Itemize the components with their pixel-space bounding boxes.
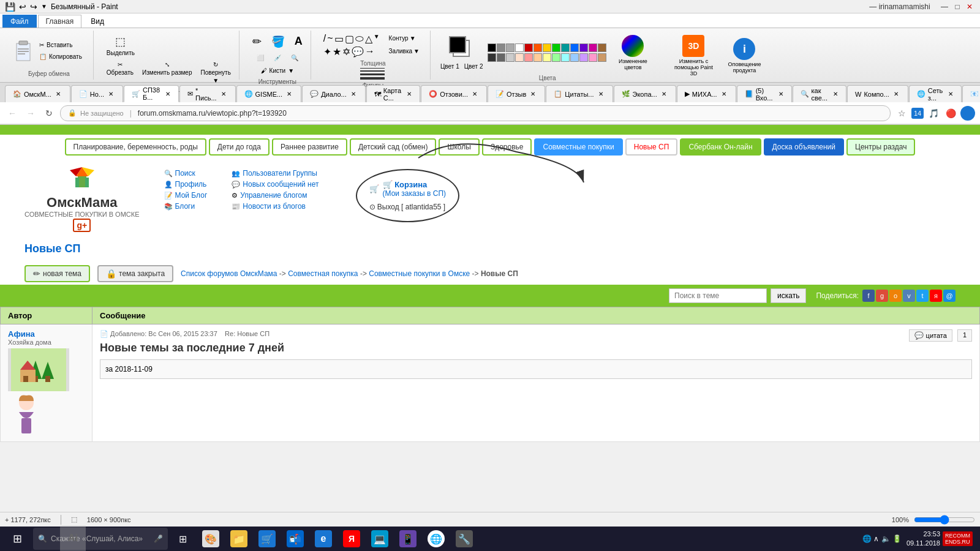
color-lcyan[interactable]	[561, 53, 570, 62]
thickness-3px[interactable]	[360, 73, 385, 75]
link-search[interactable]: 🔍 Поиск	[164, 169, 208, 178]
line-shape[interactable]: /	[323, 33, 326, 45]
color-darkgray[interactable]	[488, 53, 496, 62]
taskbar-store[interactable]: 🛒	[254, 527, 281, 551]
tab-close[interactable]: ✕	[892, 90, 900, 99]
color-verylgray[interactable]	[506, 53, 514, 62]
thickness-1px[interactable]	[360, 68, 385, 69]
share-vk[interactable]: v	[903, 290, 915, 302]
copy-btn[interactable]: 📋 Копировать	[36, 51, 85, 62]
callout-shape[interactable]: 💬	[352, 46, 364, 58]
save-icon[interactable]: 💾	[5, 2, 15, 12]
text-btn[interactable]: A	[292, 33, 306, 50]
tab-47[interactable]: 📧 (47) О... ✕	[962, 85, 980, 102]
taskbar-edge[interactable]: e	[310, 527, 337, 551]
share-facebook[interactable]: f	[862, 290, 875, 302]
share-gplus[interactable]: g	[876, 290, 888, 302]
dropdown-icon[interactable]: ▼	[41, 3, 47, 10]
color-teal[interactable]	[561, 43, 570, 52]
nav-planning[interactable]: Планирование, беременность, роды	[65, 138, 206, 156]
color-gray[interactable]	[497, 43, 505, 52]
notify-btn[interactable]: i Оповещение продукта	[723, 36, 766, 75]
paste-btn[interactable]: ✂ Вставить 📋 Копировать	[10, 38, 88, 64]
tab-file[interactable]: Файл	[2, 15, 37, 28]
tab-dialog[interactable]: 💬 Диало... ✕	[302, 85, 366, 102]
taskbar-explorer[interactable]: 📁	[225, 527, 252, 551]
bc-purchases-link[interactable]: Совместная покупка	[288, 269, 358, 278]
tab-sp38[interactable]: 🛒 СП38 Б... ✕	[124, 85, 179, 102]
tab-close[interactable]: ✕	[407, 90, 413, 99]
tab-net[interactable]: 🌐 Сеть з... ✕	[909, 85, 962, 102]
fill-btn[interactable]: 🪣	[268, 33, 288, 50]
back-btn[interactable]: ←	[5, 106, 20, 121]
tab-ecopa[interactable]: 🌿 Экопа... ✕	[614, 85, 676, 102]
link-blog[interactable]: 📝 Мой Блог	[164, 191, 208, 200]
color-lgray[interactable]	[506, 43, 514, 52]
curve-shape[interactable]: ~	[327, 33, 333, 45]
mic-icon[interactable]: 🎤	[154, 534, 163, 543]
triangle-shape[interactable]: △	[365, 33, 372, 45]
rotate-btn[interactable]: ↻ Повернуть ▼	[197, 59, 233, 86]
brush-dropdown[interactable]: ▼	[288, 67, 294, 74]
nav-sberbank[interactable]: Сбербанк Он-лайн	[680, 138, 761, 156]
color-lblue[interactable]	[570, 53, 579, 62]
maximize-btn[interactable]: □	[955, 2, 959, 11]
taskbar-extra[interactable]: 🔧	[451, 527, 478, 551]
ellipse-shape[interactable]: ⬭	[355, 33, 364, 45]
tab-home[interactable]: Главная	[38, 15, 82, 28]
tab-quotes[interactable]: 📋 Цитаты... ✕	[546, 85, 612, 102]
taskbar-search[interactable]: 🔍 Скажите «Слушай, Алиса» 🎤	[33, 528, 168, 550]
color-lbrown[interactable]	[598, 53, 606, 62]
tab-omskmama[interactable]: 🏠 ОмскМ... ✕	[5, 85, 70, 102]
refresh-btn[interactable]: ↻	[42, 106, 56, 121]
color-yellow[interactable]	[543, 43, 551, 52]
tab-compose[interactable]: W Компо... ✕	[847, 85, 908, 102]
fill-shape-btn[interactable]: Заливка ▼	[386, 46, 423, 56]
change-colors-btn[interactable]: Изменение цветов	[611, 33, 654, 72]
badge1-btn[interactable]: 14	[911, 108, 924, 119]
picker-btn[interactable]: 💉	[271, 53, 284, 63]
post-num-btn[interactable]: 1	[957, 329, 972, 342]
closed-topic-btn[interactable]: 🔒 тема закрыта	[97, 265, 173, 282]
color-red[interactable]	[524, 43, 533, 52]
gplus-btn[interactable]: g+	[73, 219, 91, 232]
minimize-btn[interactable]: —	[941, 2, 948, 11]
outline-btn[interactable]: Контур ▼	[386, 33, 423, 43]
tab-close[interactable]: ✕	[107, 90, 115, 99]
star5-shape[interactable]: ★	[333, 46, 341, 58]
music-btn[interactable]: 🎵	[926, 106, 941, 121]
link-users[interactable]: 👥 Пользователи Группы	[232, 169, 318, 178]
zoom-slider[interactable]	[914, 515, 975, 525]
taskbar-mail[interactable]: 📬	[282, 527, 309, 551]
nav-kindergarten[interactable]: Детский сад (обмен)	[350, 138, 437, 156]
color-orange[interactable]	[533, 43, 542, 52]
color-blue[interactable]	[570, 43, 579, 52]
cut-btn[interactable]: ✂ Вставить	[36, 40, 85, 50]
fill-dropdown[interactable]: ▼	[413, 48, 420, 54]
nav-early-dev[interactable]: Раннее развитие	[272, 138, 347, 156]
round-rect-shape[interactable]: ▢	[345, 33, 354, 45]
share-mail[interactable]: @	[943, 290, 956, 302]
taskbar-viber[interactable]: 📱	[394, 527, 421, 551]
new-topic-btn[interactable]: ✏ новая тема	[24, 265, 90, 282]
tab-close[interactable]: ✕	[778, 90, 784, 99]
tab-review[interactable]: 📝 Отзыв ✕	[488, 85, 545, 102]
tab-otzovik[interactable]: ⭕ Отзови... ✕	[421, 85, 487, 102]
star4-shape[interactable]: ✦	[323, 46, 331, 58]
tab-letter[interactable]: ✉ * Пись... ✕	[179, 85, 235, 102]
shapes-dropdown[interactable]: ▼	[374, 33, 380, 45]
color-medgray[interactable]	[497, 53, 505, 62]
tab-close[interactable]: ✕	[349, 90, 358, 99]
tab-close[interactable]: ✕	[165, 89, 172, 98]
tab-close[interactable]: ✕	[470, 90, 479, 99]
star-btn[interactable]: ☆	[894, 106, 909, 121]
brush-btn[interactable]: 🖌 Кисти ▼	[258, 66, 297, 76]
nav-health[interactable]: Здоровье	[482, 138, 532, 156]
profile-btn[interactable]: 👤	[960, 106, 975, 121]
link-manage-blog[interactable]: ⚙ Управление блогом	[232, 191, 318, 200]
basket-link[interactable]: 🛒 🛒 Корзина (Мои заказы в СП)	[369, 180, 447, 198]
tab-view[interactable]: Вид	[83, 15, 112, 28]
tab-map[interactable]: 🗺 Карта С... ✕	[366, 85, 420, 102]
color-lpurple[interactable]	[579, 53, 588, 62]
link-no-messages[interactable]: 💬 Новых сообщений нет	[232, 180, 318, 189]
